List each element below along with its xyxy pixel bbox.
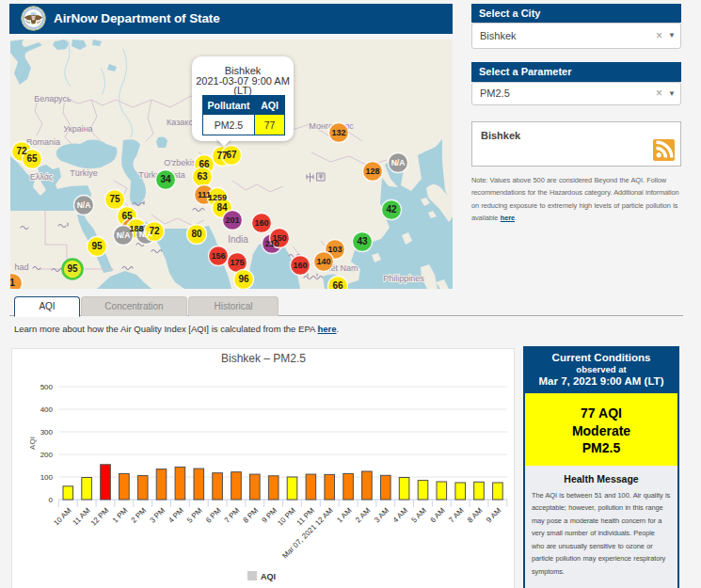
svg-text:N/A: N/A [117, 230, 131, 240]
svg-text:0: 0 [49, 496, 54, 504]
svg-text:AQI: AQI [261, 572, 276, 581]
svg-text:65: 65 [121, 211, 133, 221]
svg-text:10 PM: 10 PM [276, 506, 297, 528]
svg-text:66: 66 [332, 280, 343, 289]
svg-text:1259: 1259 [208, 193, 227, 202]
svg-text:6 PM: 6 PM [204, 506, 223, 525]
svg-text:63: 63 [197, 171, 208, 182]
svg-text:Bishkek – PM2.5: Bishkek – PM2.5 [221, 352, 306, 365]
svg-text:12 PM: 12 PM [89, 506, 111, 528]
svg-text:43: 43 [357, 236, 368, 246]
svg-text:5 AM: 5 AM [410, 506, 428, 524]
svg-text:128: 128 [365, 167, 379, 176]
svg-text:Türkiye: Türkiye [70, 168, 98, 178]
svg-text:9 AM: 9 AM [485, 506, 502, 524]
svg-text:Romania: Romania [26, 137, 60, 147]
svg-text:8 AM: 8 AM [466, 506, 484, 524]
svg-text:2 AM: 2 AM [354, 506, 372, 524]
svg-text:N/A: N/A [77, 200, 91, 210]
svg-text:Беларусь: Беларусь [34, 94, 72, 103]
svg-text:3 AM: 3 AM [373, 506, 390, 524]
svg-text:200: 200 [40, 451, 54, 459]
svg-text:80: 80 [191, 229, 202, 239]
svg-text:500: 500 [40, 383, 54, 391]
svg-text:140: 140 [316, 257, 330, 266]
svg-text:4 PM: 4 PM [167, 506, 185, 525]
svg-text:7 PM: 7 PM [223, 506, 242, 525]
svg-text:67: 67 [226, 150, 237, 160]
svg-text:300: 300 [40, 428, 54, 437]
svg-text:N/A: N/A [391, 158, 406, 167]
svg-text:Philippines: Philippines [383, 274, 424, 283]
svg-text:66: 66 [199, 159, 210, 169]
svg-text:95: 95 [67, 263, 78, 274]
svg-text:7 AM: 7 AM [447, 506, 465, 524]
svg-text:had: had [14, 262, 28, 272]
svg-text:103: 103 [327, 245, 342, 254]
svg-text:42: 42 [386, 204, 397, 215]
svg-text:10 AM: 10 AM [52, 506, 73, 528]
svg-text:84: 84 [216, 202, 228, 213]
svg-text:1: 1 [10, 278, 15, 288]
svg-text:8 PM: 8 PM [242, 506, 261, 525]
svg-text:132: 132 [331, 128, 345, 137]
svg-text:72: 72 [16, 146, 27, 156]
svg-text:34: 34 [160, 174, 171, 184]
svg-text:1 PM: 1 PM [111, 506, 130, 525]
svg-text:160: 160 [293, 261, 307, 270]
svg-text:Украіна: Украіна [63, 124, 92, 134]
svg-text:65: 65 [26, 153, 38, 164]
svg-text:3 PM: 3 PM [148, 506, 167, 525]
svg-text:400: 400 [40, 405, 54, 414]
svg-text:95: 95 [91, 241, 103, 251]
svg-text:India: India [228, 234, 248, 245]
svg-text:75: 75 [109, 194, 120, 204]
svg-text:100: 100 [40, 473, 54, 482]
svg-text:175: 175 [230, 258, 244, 267]
svg-text:AQI: AQI [28, 437, 37, 450]
svg-text:1 AM: 1 AM [335, 506, 353, 524]
svg-text:72: 72 [149, 226, 160, 236]
svg-text:156: 156 [211, 251, 225, 261]
svg-text:201: 201 [225, 215, 239, 225]
svg-text:2 PM: 2 PM [130, 506, 149, 525]
svg-text:150: 150 [272, 233, 286, 243]
svg-text:5 PM: 5 PM [185, 506, 204, 525]
svg-text:11 AM: 11 AM [72, 506, 92, 527]
svg-text:Ελλάς: Ελλάς [30, 172, 54, 182]
svg-text:4 AM: 4 AM [391, 506, 409, 524]
svg-text:160: 160 [254, 218, 268, 228]
svg-text:6 AM: 6 AM [428, 506, 446, 524]
svg-text:96: 96 [238, 274, 249, 284]
